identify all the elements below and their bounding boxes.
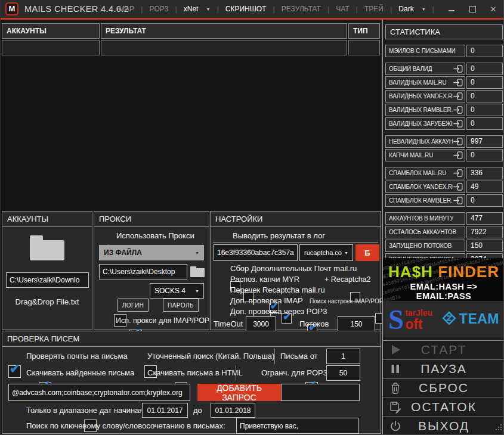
stat-label: СПАМБЛОК RAMBLER.RU — [389, 197, 453, 204]
play-icon — [389, 343, 402, 356]
myr-captcha-label: Распоз. капчи MYR — [230, 275, 299, 284]
pop3-check-label: Доп. проверка через POP3 — [230, 307, 327, 316]
imap-pop-search-label: Поиск настроек IMAP/POP — [310, 298, 383, 304]
pause-button[interactable]: ПАУЗА — [383, 359, 504, 378]
date-from-input[interactable] — [142, 403, 188, 418]
tab-separator: | — [356, 5, 358, 14]
tab-pop3[interactable]: POP3 — [149, 5, 168, 13]
export-icon[interactable] — [453, 169, 463, 178]
maximize-icon — [469, 6, 476, 13]
tab-pop3-label: POP3 — [149, 5, 168, 13]
date-to-input[interactable] — [211, 403, 255, 418]
statistics-panel: СТАТИСТИКА МЭЙЛОВ С ПИСЬМАМИ 0 ОБЩИЙ ВАЛ… — [385, 24, 503, 266]
captcha-key-input[interactable] — [214, 244, 298, 261]
remainder-button-label: ОСТАТОК — [411, 400, 477, 414]
column-header-type[interactable]: ТИП — [348, 23, 380, 39]
reset-button[interactable]: СБРОС — [383, 378, 504, 397]
export-icon[interactable] — [453, 182, 463, 191]
close-button[interactable]: ✕ — [489, 5, 497, 13]
chevron-down-icon: ▼ — [344, 251, 348, 255]
export-icon[interactable] — [453, 196, 463, 205]
settings-panel-title: НАСТРОЙКИ — [211, 212, 381, 227]
export-icon[interactable] — [453, 151, 463, 160]
stat-row: ЗАПУЩЕНО ПОТОКОВ 150 — [385, 240, 503, 252]
letters-panel-title: ПРОВЕРКА ПИСЕМ — [2, 331, 381, 347]
check-letters-label: Проверять почты на письма — [26, 352, 128, 361]
threads-input[interactable] — [338, 316, 375, 331]
stat-row: КАПЧИ MAIL.RU 0 — [385, 149, 503, 161]
logos-strip: S tarJleu oft TEAM — [383, 301, 504, 337]
stat-row: ВАЛИДНЫХ MAIL.RU 0 — [385, 76, 503, 89]
stat-row: НЕВАЛИДНЫХ АККАУНТОВ 997 — [385, 135, 503, 148]
folder-icon[interactable] — [29, 233, 66, 265]
stat-value: 0 — [466, 149, 503, 161]
stat-label: АККАУНТОВ В МИНУТУ — [389, 215, 453, 222]
chevron-down-icon: ▼ — [206, 7, 210, 11]
minimize-icon — [449, 10, 454, 11]
tab-result[interactable]: РЕЗУЛЬТАТ — [282, 5, 321, 13]
letters-panel: ПРОВЕРКА ПИСЕМ Проверять почты на письма… — [2, 331, 381, 434]
stat-label: МЭЙЛОВ С ПИСЬМАМИ — [389, 48, 456, 54]
stat-row: АККАУНТОВ В МИНУТУ 477 — [385, 212, 503, 225]
timeout-input[interactable] — [246, 316, 276, 331]
tab-xnet[interactable]: xNet▼ — [184, 5, 211, 13]
export-icon[interactable] — [453, 105, 463, 114]
tab-separator: | — [141, 5, 143, 14]
proxy-source-select[interactable]: ИЗ ФАЙЛА ▼ — [99, 245, 204, 260]
stat-row: ВАЛИДНЫХ YANDEX.RU 0 — [385, 90, 503, 102]
minimize-button[interactable] — [447, 5, 456, 13]
captcha-service-value: rucaptcha.co — [304, 249, 342, 256]
settings-panel: НАСТРОЙКИ Выводить результат в лог rucap… — [210, 211, 381, 330]
check-letters-checkbox[interactable] — [8, 365, 21, 378]
accounts-panel-title: АККАУНТЫ — [2, 212, 92, 227]
proxy-type-select[interactable]: SOCKS 4 ▼ — [150, 283, 204, 299]
column-header-accounts[interactable]: АККАУНТЫ — [2, 23, 100, 39]
starjleu-soft-logo: S tarJleu oft — [388, 306, 432, 333]
power-icon — [389, 420, 402, 433]
export-icon[interactable] — [453, 78, 463, 87]
proxy-file-path-input[interactable] — [99, 264, 187, 279]
export-icon[interactable] — [453, 137, 463, 146]
tab-screenshot[interactable]: СКРИНШОТ — [225, 5, 267, 13]
proxy-password-button[interactable]: ПАРОЛЬ — [163, 299, 199, 312]
stat-row: ОБЩИЙ ВАЛИД 0 — [385, 63, 503, 75]
stat-label: ВАЛИДНЫХ ЗАРУБЕЖНЫХ — [389, 120, 453, 127]
export-icon[interactable] — [453, 92, 463, 101]
exit-button[interactable]: ВЫХОД — [383, 416, 504, 435]
tab-imap[interactable]: IMAP — [117, 5, 134, 13]
keyword-input[interactable] — [236, 418, 359, 434]
refined-search-label: Уточненный поиск (Китай, Польша) — [147, 352, 274, 361]
stat-value: 150 — [466, 240, 503, 252]
starjleu-bottom-text: oft — [405, 318, 432, 331]
titlebar-tabs: IMAP | POP3 | xNet▼ | СКРИНШОТ | РЕЗУЛЬТ… — [117, 0, 434, 18]
tab-separator: | — [327, 5, 329, 14]
hash-finder-banner[interactable]: dce890a9fd1f80ab3be45901e10ae1811:konec6… — [383, 258, 504, 301]
theme-select[interactable]: Dark▼ — [398, 5, 425, 13]
tab-tray[interactable]: ТРЕЙ — [364, 5, 384, 13]
accounts-file-path-input[interactable] — [6, 272, 89, 288]
query-extra-box[interactable] — [281, 384, 360, 401]
stat-label: ВАЛИДНЫХ RAMBLER.RU — [389, 107, 453, 113]
add-query-button[interactable]: ДОБАВИТЬ ЗАПРОС — [197, 384, 281, 401]
search-query-input[interactable] — [8, 384, 190, 401]
collect-extra-mail-label: Сбор Дополнительных Почт mail.ru — [230, 264, 357, 273]
captcha-service-select[interactable]: rucaptcha.co ▼ — [299, 244, 353, 261]
export-icon[interactable] — [453, 119, 463, 128]
pop3-limit-input[interactable] — [326, 365, 360, 381]
resize-grip[interactable] — [494, 422, 502, 433]
results-empty-area — [1, 56, 381, 210]
browse-folder-button[interactable] — [190, 265, 205, 281]
start-button[interactable]: СТАРТ — [383, 341, 504, 359]
app-title: MAILS CHECKER 4.4.6.2 — [24, 0, 129, 18]
captcha-balance-button[interactable]: Б — [355, 244, 379, 261]
export-icon[interactable] — [453, 64, 463, 73]
date-range-label: Только в диапазоне дат начиная с — [26, 406, 150, 415]
proxy-login-button[interactable]: ЛОГИН — [118, 299, 149, 312]
letters-from-input[interactable] — [326, 349, 360, 364]
maximize-button[interactable] — [468, 5, 477, 13]
remainder-button[interactable]: ОСТАТОК — [383, 397, 504, 416]
tab-chat[interactable]: ЧАТ — [336, 5, 349, 13]
column-header-result[interactable]: РЕЗУЛЬТАТ — [101, 23, 347, 39]
divider — [236, 365, 236, 381]
table-cell — [2, 40, 100, 55]
